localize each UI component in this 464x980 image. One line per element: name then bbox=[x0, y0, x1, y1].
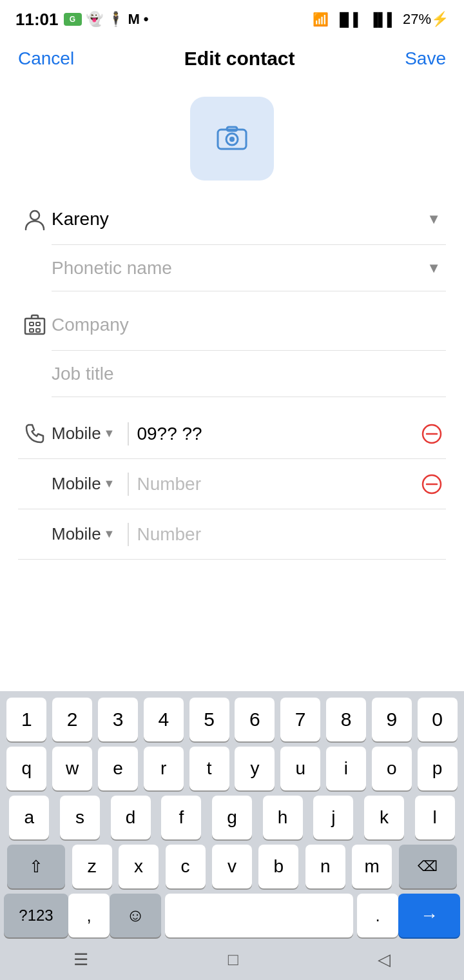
remove-phone-2-button[interactable] bbox=[418, 470, 446, 498]
remove-phone-1-button[interactable] bbox=[418, 420, 446, 448]
key-2[interactable]: 2 bbox=[52, 698, 92, 741]
battery-display: 27%⚡ bbox=[403, 11, 449, 28]
company-field-content bbox=[52, 299, 446, 351]
key-5[interactable]: 5 bbox=[189, 698, 229, 741]
enter-key[interactable]: → bbox=[398, 894, 460, 937]
key-7[interactable]: 7 bbox=[280, 698, 320, 741]
phonetic-name-row: ▼ bbox=[0, 245, 464, 291]
key-8[interactable]: 8 bbox=[326, 698, 366, 741]
phone-section: Mobile ▼ Mobile ▼ bbox=[0, 409, 464, 560]
key-x[interactable]: x bbox=[119, 845, 159, 888]
key-t[interactable]: t bbox=[189, 747, 229, 790]
key-6[interactable]: 6 bbox=[235, 698, 275, 741]
phone-type-dropdown-3[interactable]: Mobile ▼ bbox=[52, 524, 120, 544]
menu-nav-icon[interactable]: ☰ bbox=[73, 950, 88, 970]
emoji-key[interactable]: ☺ bbox=[110, 894, 161, 937]
svg-rect-7 bbox=[36, 322, 40, 326]
key-h[interactable]: h bbox=[263, 796, 303, 839]
keyboard-qwerty-row: q w e r t y u i o p bbox=[4, 747, 460, 790]
phone-type-label-1: Mobile bbox=[52, 424, 101, 444]
key-e[interactable]: e bbox=[98, 747, 138, 790]
phone-number-input-2[interactable] bbox=[137, 469, 418, 500]
lightning-icon: ⚡ bbox=[431, 11, 449, 27]
phonetic-dropdown-icon[interactable]: ▼ bbox=[427, 260, 441, 277]
key-d[interactable]: d bbox=[111, 796, 151, 839]
key-q[interactable]: q bbox=[6, 747, 46, 790]
form-section: ▼ ▼ bbox=[0, 193, 464, 560]
cancel-button[interactable]: Cancel bbox=[18, 48, 74, 69]
key-m[interactable]: m bbox=[352, 845, 392, 888]
svg-rect-5 bbox=[25, 318, 44, 334]
key-4[interactable]: 4 bbox=[144, 698, 184, 741]
phone-number-input-1[interactable] bbox=[137, 418, 418, 449]
name-field-row: ▼ bbox=[0, 193, 464, 245]
svg-point-4 bbox=[30, 211, 39, 220]
key-g[interactable]: g bbox=[212, 796, 252, 839]
page-title: Edit contact bbox=[184, 48, 295, 70]
key-0[interactable]: 0 bbox=[418, 698, 458, 741]
home-nav-icon[interactable]: □ bbox=[228, 950, 238, 970]
space-key[interactable] bbox=[165, 894, 353, 937]
keyboard: 1 2 3 4 5 6 7 8 9 0 q w e r t y u i o p … bbox=[0, 691, 464, 980]
status-indicators: 📶 ▐▌▌ ▐▌▌ 27%⚡ bbox=[313, 11, 449, 28]
key-b[interactable]: b bbox=[258, 845, 298, 888]
dot-icon: • bbox=[144, 11, 149, 28]
phone-row-1: Mobile ▼ bbox=[18, 409, 446, 459]
nav-bar: ☰ □ ◁ bbox=[4, 943, 460, 976]
key-o[interactable]: o bbox=[372, 747, 412, 790]
status-bar: 11:01 G 👻 🕴 M • 📶 ▐▌▌ ▐▌▌ 27%⚡ bbox=[0, 0, 464, 36]
phone-type-chevron-1: ▼ bbox=[104, 427, 115, 440]
comma-key[interactable]: , bbox=[68, 894, 110, 937]
job-title-row bbox=[0, 351, 464, 397]
key-a[interactable]: a bbox=[9, 796, 49, 839]
back-nav-icon[interactable]: ◁ bbox=[378, 950, 391, 970]
phone-type-dropdown-1[interactable]: Mobile ▼ bbox=[52, 424, 120, 444]
key-r[interactable]: r bbox=[144, 747, 184, 790]
job-title-field-content bbox=[52, 351, 446, 397]
phone-icon bbox=[18, 422, 52, 446]
company-input[interactable] bbox=[52, 309, 441, 340]
numeric-key[interactable]: ?123 bbox=[4, 894, 68, 937]
key-u[interactable]: u bbox=[280, 747, 320, 790]
avatar-placeholder[interactable] bbox=[190, 97, 274, 181]
camera-icon bbox=[215, 121, 249, 157]
key-k[interactable]: k bbox=[364, 796, 404, 839]
phonetic-name-input[interactable] bbox=[52, 253, 421, 284]
key-1[interactable]: 1 bbox=[6, 698, 46, 741]
key-j[interactable]: j bbox=[313, 796, 353, 839]
key-c[interactable]: c bbox=[166, 845, 206, 888]
phone-type-label-2: Mobile bbox=[52, 474, 101, 494]
avatar-section[interactable] bbox=[0, 81, 464, 193]
key-v[interactable]: v bbox=[212, 845, 252, 888]
period-key[interactable]: . bbox=[357, 894, 398, 937]
phone-row-3: Mobile ▼ bbox=[18, 509, 446, 560]
key-p[interactable]: p bbox=[418, 747, 458, 790]
phone-number-input-3[interactable] bbox=[137, 519, 446, 550]
key-w[interactable]: w bbox=[52, 747, 92, 790]
key-y[interactable]: y bbox=[235, 747, 275, 790]
key-l[interactable]: l bbox=[415, 796, 455, 839]
save-button[interactable]: Save bbox=[405, 48, 446, 69]
name-dropdown-icon[interactable]: ▼ bbox=[427, 211, 441, 228]
key-s[interactable]: s bbox=[60, 796, 100, 839]
shift-key[interactable]: ⇧ bbox=[7, 845, 65, 888]
phone-type-label-3: Mobile bbox=[52, 524, 101, 544]
notification-icons: G 👻 🕴 M • bbox=[64, 11, 149, 28]
backspace-key[interactable]: ⌫ bbox=[399, 845, 457, 888]
job-title-input[interactable] bbox=[52, 358, 441, 389]
key-z[interactable]: z bbox=[72, 845, 112, 888]
key-3[interactable]: 3 bbox=[98, 698, 138, 741]
key-i[interactable]: i bbox=[326, 747, 366, 790]
keyboard-zxcv-row: ⇧ z x c v b n m ⌫ bbox=[4, 845, 460, 888]
svg-rect-9 bbox=[36, 329, 40, 332]
key-9[interactable]: 9 bbox=[372, 698, 412, 741]
key-f[interactable]: f bbox=[161, 796, 201, 839]
name-input[interactable] bbox=[52, 204, 421, 235]
company-field-row bbox=[0, 299, 464, 351]
separator-3 bbox=[128, 523, 129, 546]
key-n[interactable]: n bbox=[305, 845, 345, 888]
phone-type-dropdown-2[interactable]: Mobile ▼ bbox=[52, 474, 120, 494]
action-bar: Cancel Edit contact Save bbox=[0, 36, 464, 81]
signal-icon2: ▐▌▌ bbox=[369, 12, 396, 27]
person-icon: 🕴 bbox=[107, 11, 124, 28]
